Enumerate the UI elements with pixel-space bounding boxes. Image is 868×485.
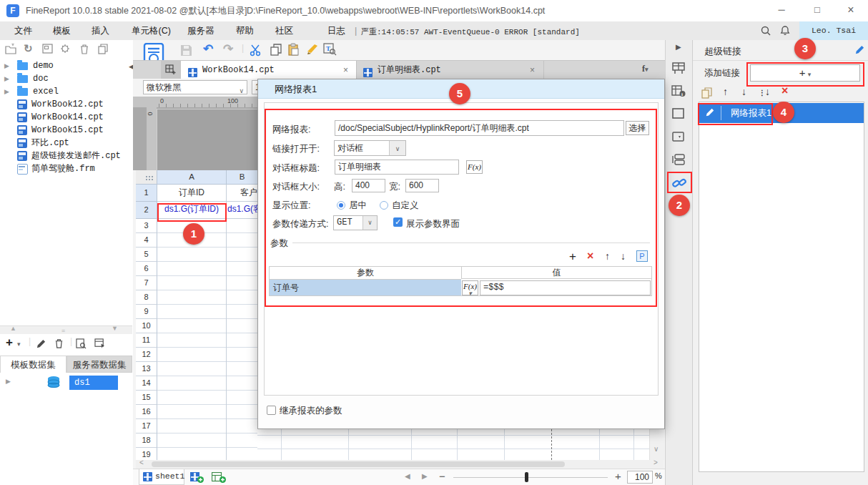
- close-tab-icon[interactable]: ×: [530, 61, 535, 79]
- template-settings-icon[interactable]: [60, 44, 71, 54]
- scroll-down-icon[interactable]: ∨: [654, 445, 659, 453]
- row-header[interactable]: 7: [136, 276, 157, 290]
- method-select[interactable]: GET ∨: [333, 215, 378, 230]
- new-tab-button[interactable]: [161, 61, 181, 79]
- new-folder-icon[interactable]: [5, 44, 16, 54]
- font-family-select[interactable]: 微软雅黑 ∨: [143, 80, 247, 94]
- grid-row[interactable]: [157, 376, 257, 391]
- row-header[interactable]: 13: [136, 362, 157, 376]
- search-icon[interactable]: [760, 25, 771, 36]
- grid-row[interactable]: [157, 290, 257, 305]
- tree-item-demo[interactable]: ▶ demo: [0, 59, 132, 72]
- row-header[interactable]: 9: [136, 305, 157, 319]
- user-account[interactable]: Leo. Tsai: [799, 21, 868, 40]
- tree-item-workbook14[interactable]: WorkBook14.cpt: [0, 111, 132, 124]
- tab-server-dataset[interactable]: 服务器数据集: [66, 356, 132, 373]
- tree-item-workbook15[interactable]: WorkBook15.cpt: [0, 124, 132, 137]
- pan-right-icon[interactable]: ▶: [422, 472, 428, 480]
- row-header[interactable]: 6: [136, 262, 157, 276]
- row-header[interactable]: 2: [136, 202, 157, 219]
- grid-row[interactable]: [157, 391, 257, 405]
- row-header[interactable]: 4: [136, 233, 157, 248]
- grid-row[interactable]: [157, 305, 257, 319]
- cell-element-icon[interactable]: [671, 62, 687, 76]
- copy-icon[interactable]: [270, 44, 282, 56]
- radio-center[interactable]: [337, 201, 345, 210]
- column-header-b[interactable]: B: [227, 170, 257, 185]
- tree-item-doc[interactable]: ▶ doc: [0, 72, 132, 85]
- dialog-title-input[interactable]: 订单明细表: [335, 160, 459, 175]
- find-replace-icon[interactable]: T: [323, 43, 337, 56]
- param-row-fx-button[interactable]: F(x) ▾: [462, 280, 478, 295]
- tab-list-icon[interactable]: f▾: [642, 64, 648, 74]
- height-input[interactable]: 400: [352, 179, 385, 192]
- formula-button[interactable]: F(x): [466, 160, 483, 174]
- scroll-right-icon[interactable]: >: [654, 459, 658, 466]
- param-down-icon[interactable]: ↓: [621, 250, 626, 262]
- row-header[interactable]: 11: [136, 333, 157, 348]
- move-up-icon[interactable]: ↑: [723, 86, 728, 97]
- tree-item-dashboard[interactable]: 简单驾驶舱.frm: [0, 162, 132, 175]
- column-header-a[interactable]: A: [157, 170, 227, 185]
- save-icon[interactable]: [180, 44, 192, 57]
- param-up-icon[interactable]: ↑: [605, 250, 610, 262]
- row-header[interactable]: 14: [136, 376, 157, 391]
- refresh-icon[interactable]: ↻: [24, 42, 33, 55]
- param-row-value-input[interactable]: =$$$: [480, 280, 651, 295]
- cell-b2-formula[interactable]: ds1.G(客: [227, 201, 257, 217]
- add-link-button[interactable]: + ▾: [750, 64, 860, 82]
- param-add-icon[interactable]: +: [569, 250, 576, 264]
- grid-row[interactable]: [157, 219, 257, 233]
- pencil-icon[interactable]: [705, 107, 715, 117]
- param-p-icon[interactable]: P: [636, 250, 648, 262]
- grid-row[interactable]: [157, 276, 257, 290]
- grid-row[interactable]: [157, 248, 257, 262]
- add-grid-sheet-icon[interactable]: [190, 472, 204, 483]
- cell-a1[interactable]: 订单ID: [157, 185, 226, 201]
- zoom-in-icon[interactable]: +: [615, 470, 621, 482]
- grid-row[interactable]: [157, 233, 257, 248]
- copy-template-icon[interactable]: [98, 44, 109, 54]
- zoom-slider-handle[interactable]: [525, 472, 528, 482]
- menu-community[interactable]: 社区: [271, 21, 297, 40]
- expander-icon[interactable]: ▶: [6, 378, 11, 385]
- preview-dataset-icon[interactable]: [76, 338, 87, 349]
- tab-order-detail[interactable]: 订单明细表.cpt ×: [356, 61, 544, 79]
- format-painter-icon[interactable]: [306, 43, 319, 56]
- zoom-out-icon[interactable]: −: [439, 470, 445, 482]
- row-header[interactable]: 8: [136, 290, 157, 305]
- radio-custom[interactable]: [380, 201, 388, 210]
- row-header[interactable]: 18: [136, 433, 157, 448]
- delete-template-icon[interactable]: [79, 44, 89, 54]
- row-header[interactable]: 10: [136, 319, 157, 333]
- horizontal-scrollbar[interactable]: < >: [136, 460, 664, 469]
- widget-icon[interactable]: [671, 107, 687, 122]
- hyperlink-icon[interactable]: [671, 176, 687, 190]
- grid-corner-cell[interactable]: [136, 170, 157, 185]
- zoom-slider-track[interactable]: [453, 477, 608, 478]
- expander-icon[interactable]: ▶: [4, 85, 9, 98]
- tab-workbook14[interactable]: WorkBook14.cpt ×: [181, 61, 357, 79]
- show-param-checkbox[interactable]: ✓: [393, 217, 403, 227]
- dataset-config-icon[interactable]: [94, 338, 106, 349]
- open-in-select[interactable]: 对话框 ∨: [334, 140, 406, 156]
- undo-icon[interactable]: ↶: [203, 41, 213, 57]
- row-header[interactable]: 5: [136, 248, 157, 262]
- row-header[interactable]: 16: [136, 405, 157, 419]
- tree-item-workbook12[interactable]: WorkBook12.cpt: [0, 98, 132, 111]
- scroll-left-icon[interactable]: <: [139, 459, 144, 466]
- menu-insert[interactable]: 插入: [87, 21, 114, 40]
- bell-icon[interactable]: [779, 25, 791, 36]
- collapse-panel-arrow[interactable]: ▶: [676, 43, 681, 51]
- width-input[interactable]: 600: [405, 179, 439, 192]
- grid-row[interactable]: [157, 348, 257, 362]
- move-down-icon[interactable]: ↓: [741, 86, 746, 97]
- grid-row[interactable]: [157, 333, 257, 348]
- grid-row[interactable]: [157, 362, 257, 376]
- cell-b1[interactable]: 客户: [227, 185, 257, 201]
- log-label[interactable]: 日志: [323, 21, 350, 40]
- template-view-icon[interactable]: [42, 44, 53, 54]
- grid-row[interactable]: [157, 419, 257, 433]
- redo-icon[interactable]: ↷: [223, 41, 233, 57]
- cut-icon[interactable]: [249, 44, 262, 57]
